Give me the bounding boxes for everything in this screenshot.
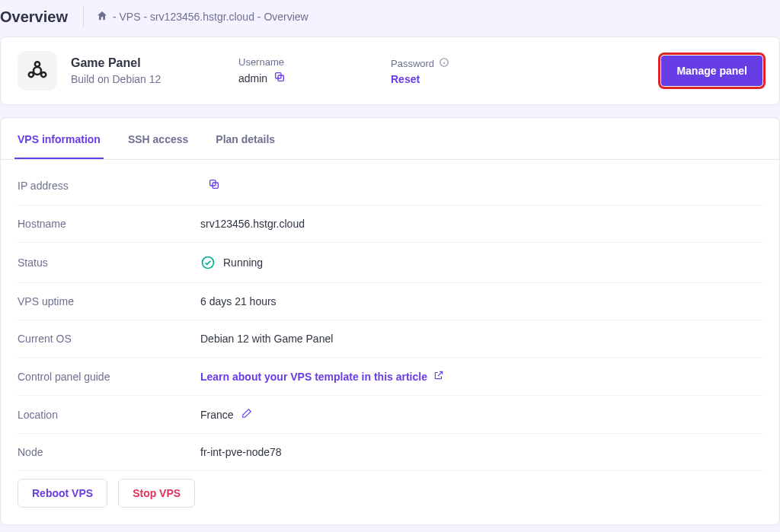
copy-icon[interactable] bbox=[208, 178, 220, 193]
location-value: France bbox=[200, 409, 234, 421]
guide-link-text: Learn about your VPS template in this ar… bbox=[200, 371, 427, 383]
svg-point-11 bbox=[203, 257, 214, 269]
status-label: Status bbox=[18, 256, 200, 269]
tab-vps-information[interactable]: VPS information bbox=[14, 118, 104, 159]
row-hostname: Hostname srv123456.hstgr.cloud bbox=[18, 205, 762, 243]
svg-point-1 bbox=[35, 62, 40, 66]
panel-summary-card: Game Panel Build on Debian 12 Username a… bbox=[0, 37, 780, 105]
node-label: Node bbox=[18, 446, 200, 458]
reset-password-link[interactable]: Reset bbox=[391, 73, 420, 85]
hostname-value: srv123456.hstgr.cloud bbox=[200, 218, 305, 230]
os-label: Current OS bbox=[18, 333, 200, 345]
row-location: Location France bbox=[18, 396, 762, 434]
tab-ssh-access[interactable]: SSH access bbox=[125, 118, 191, 159]
status-running-icon bbox=[200, 255, 216, 270]
reboot-vps-button[interactable]: Reboot VPS bbox=[18, 479, 107, 508]
password-label: Password bbox=[391, 58, 434, 69]
hostname-label: Hostname bbox=[18, 218, 200, 230]
breadcrumb[interactable]: - VPS - srv123456.hstgr.cloud - Overview bbox=[96, 10, 308, 24]
info-icon[interactable] bbox=[439, 57, 449, 70]
manage-panel-button[interactable]: Manage panel bbox=[661, 56, 762, 86]
location-label: Location bbox=[18, 409, 200, 421]
username-value: admin bbox=[238, 72, 267, 84]
copy-icon[interactable] bbox=[273, 71, 286, 85]
panel-icon bbox=[18, 51, 57, 91]
tabs: VPS information SSH access Plan details bbox=[1, 118, 779, 160]
row-status: Status Running bbox=[18, 243, 762, 283]
node-value: fr-int-pve-node78 bbox=[200, 446, 282, 458]
divider bbox=[83, 6, 84, 27]
row-uptime: VPS uptime 6 days 21 hours bbox=[18, 283, 762, 320]
row-ip-address: IP address bbox=[18, 166, 762, 205]
ip-label: IP address bbox=[18, 180, 200, 192]
username-label: Username bbox=[238, 56, 391, 68]
os-value: Debian 12 with Game Panel bbox=[200, 333, 333, 345]
row-os: Current OS Debian 12 with Game Panel bbox=[18, 320, 762, 358]
home-icon[interactable] bbox=[96, 10, 108, 24]
guide-label: Control panel guide bbox=[18, 371, 200, 383]
guide-link[interactable]: Learn about your VPS template in this ar… bbox=[200, 370, 444, 383]
vps-info-card: VPS information SSH access Plan details … bbox=[0, 117, 780, 525]
tab-plan-details[interactable]: Plan details bbox=[213, 118, 278, 159]
svg-point-0 bbox=[34, 67, 41, 75]
panel-subtitle: Build on Debian 12 bbox=[71, 73, 238, 85]
panel-title: Game Panel bbox=[71, 56, 238, 70]
edit-icon[interactable] bbox=[241, 408, 252, 421]
status-value: Running bbox=[223, 256, 263, 269]
page-title: Overview bbox=[0, 8, 83, 26]
breadcrumb-text: - VPS - srv123456.hstgr.cloud - Overview bbox=[113, 11, 308, 23]
external-link-icon bbox=[433, 370, 444, 383]
uptime-label: VPS uptime bbox=[18, 295, 200, 307]
stop-vps-button[interactable]: Stop VPS bbox=[118, 479, 195, 508]
row-guide: Control panel guide Learn about your VPS… bbox=[18, 358, 762, 396]
row-node: Node fr-int-pve-node78 bbox=[18, 434, 762, 471]
uptime-value: 6 days 21 hours bbox=[200, 295, 277, 307]
